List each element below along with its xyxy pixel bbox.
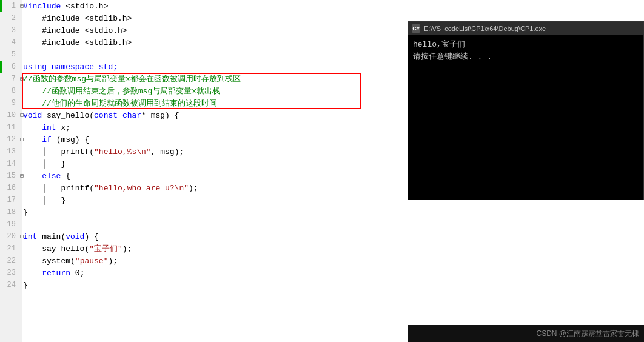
line-row-2: 2 [0, 12, 22, 24]
terminal-body: hello,宝子们请按任意键继续. . . [408, 35, 643, 200]
terminal-output-line: 请按任意键继续. . . [413, 51, 639, 63]
line-number: 5 [0, 50, 18, 59]
line-number: 12 [0, 135, 18, 144]
line-number: 7 [0, 75, 18, 83]
line-row-19: 19 [0, 218, 22, 230]
line-row-20: 20⊟ [0, 230, 22, 243]
code-line-1: #include <stdio.h> [23, 0, 644, 12]
line-number: 17 [0, 196, 18, 204]
code-line-18: } [23, 206, 644, 218]
line-row-11: 11 [0, 121, 22, 133]
line-number: 24 [0, 281, 18, 289]
line-number: 15 [0, 172, 18, 180]
code-line-23: return 0; [23, 267, 644, 279]
line-number: 23 [0, 269, 18, 277]
terminal-title: E:\VS_codeList\CP1\x64\Debug\CP1.exe [424, 25, 546, 32]
line-number: 22 [0, 256, 18, 265]
watermark-bar: CSDN @江南霹雳堂雷家雷无棣 [408, 325, 644, 342]
line-number: 16 [0, 184, 18, 192]
line-number: 2 [0, 14, 18, 22]
line-row-8: 8 [0, 85, 22, 97]
line-row-7: 7⊟ [0, 73, 22, 85]
green-marker [0, 0, 2, 12]
line-row-24: 24 [0, 279, 22, 291]
line-row-21: 21 [0, 243, 22, 255]
watermark-text: CSDN @江南霹雳堂雷家雷无棣 [536, 329, 639, 339]
line-row-1: 1⊟ [0, 0, 22, 12]
line-number: 10 [0, 111, 18, 119]
line-number: 19 [0, 220, 18, 229]
line-number: 21 [0, 244, 18, 253]
line-row-17: 17 [0, 194, 22, 206]
terminal-panel: C# E:\VS_codeList\CP1\x64\Debug\CP1.exe … [408, 21, 644, 200]
line-row-5: 5 [0, 49, 22, 61]
line-row-16: 16 [0, 182, 22, 194]
line-row-4: 4 [0, 36, 22, 49]
line-row-3: 3 [0, 24, 22, 36]
line-row-22: 22 [0, 255, 22, 267]
terminal-output-line: hello,宝子们 [413, 39, 639, 51]
line-row-15: 15⊟ [0, 170, 22, 182]
line-number: 9 [0, 99, 18, 107]
terminal-titlebar: C# E:\VS_codeList\CP1\x64\Debug\CP1.exe [408, 22, 643, 35]
line-number: 13 [0, 147, 18, 156]
line-number: 8 [0, 87, 18, 95]
line-row-12: 12⊟ [0, 133, 22, 146]
code-line-24: } [23, 279, 644, 291]
line-number: 20 [0, 232, 18, 241]
line-row-18: 18 [0, 206, 22, 218]
line-number: 14 [0, 159, 18, 168]
line-number: 1 [0, 2, 18, 10]
code-line-21: say_hello("宝子们"); [23, 243, 644, 255]
code-line-19 [23, 218, 644, 230]
editor-container: 1⊟234567⊟8910⊟1112⊟131415⊟1617181920⊟212… [0, 0, 644, 342]
line-row-23: 23 [0, 267, 22, 279]
line-number: 3 [0, 26, 18, 35]
terminal-icon: C# [412, 24, 420, 33]
code-line-20: int main(void) { [23, 230, 644, 243]
line-row-10: 10⊟ [0, 109, 22, 121]
line-row-13: 13 [0, 146, 22, 158]
line-row-14: 14 [0, 158, 22, 170]
line-row-9: 9 [0, 97, 22, 109]
line-number: 4 [0, 38, 18, 47]
green-marker [0, 61, 2, 73]
line-number: 11 [0, 123, 18, 132]
line-numbers-col: 1⊟234567⊟8910⊟1112⊟131415⊟1617181920⊟212… [0, 0, 22, 342]
line-number: 18 [0, 208, 18, 216]
line-row-6: 6 [0, 61, 22, 73]
line-number: 6 [0, 62, 18, 71]
code-line-22: system("pause"); [23, 255, 644, 267]
